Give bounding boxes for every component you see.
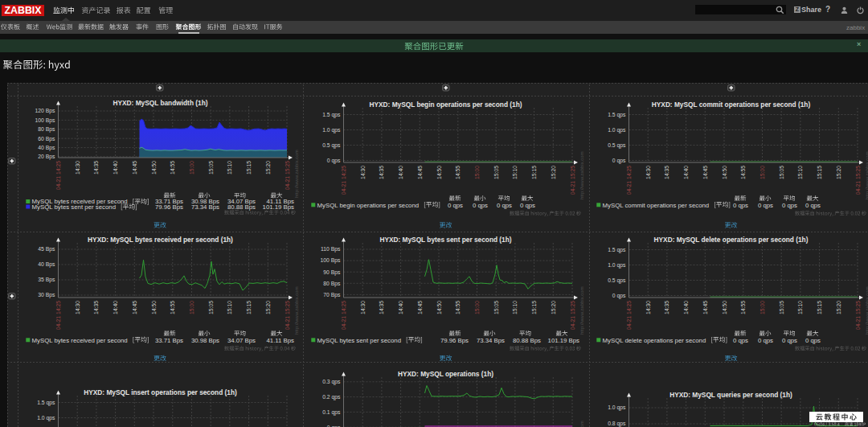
svg-text:60 Bps: 60 Bps xyxy=(38,136,55,142)
svg-text:34.07 Bps: 34.07 Bps xyxy=(227,336,256,343)
svg-text:15:10: 15:10 xyxy=(797,165,803,179)
svg-text:15:10: 15:10 xyxy=(512,300,518,314)
svg-text:15:05: 15:05 xyxy=(208,300,214,314)
svg-text:http://www.zabbix.com: http://www.zabbix.com xyxy=(865,151,868,199)
svg-text:14:40: 14:40 xyxy=(113,161,118,174)
svg-text:79.96 Bps: 79.96 Bps xyxy=(155,203,183,211)
svg-text:90 Bps: 90 Bps xyxy=(323,269,341,275)
svg-text:1.5 qps: 1.5 qps xyxy=(608,246,626,253)
svg-text:15:15: 15:15 xyxy=(817,300,822,314)
svg-text:04-21 15:25: 04-21 15:25 xyxy=(855,300,861,330)
svg-text:MySQL delete operations per se: MySQL delete operations per second xyxy=(603,336,706,343)
svg-text:14:40: 14:40 xyxy=(683,300,689,314)
svg-text:14:45: 14:45 xyxy=(702,300,708,314)
svg-text:15:05: 15:05 xyxy=(493,300,499,314)
svg-text:1.0 qps: 1.0 qps xyxy=(608,261,626,268)
svg-text:30.98 Bps: 30.98 Bps xyxy=(191,336,219,343)
svg-text:15:15: 15:15 xyxy=(246,161,252,174)
svg-text:15:20: 15:20 xyxy=(836,165,841,179)
svg-text:HYXD: MySQL queries per second: HYXD: MySQL queries per second (1h) xyxy=(669,391,792,399)
svg-text:14:55: 14:55 xyxy=(740,300,746,314)
svg-text:0 qps: 0 qps xyxy=(448,201,463,208)
svg-text:20 Bps: 20 Bps xyxy=(38,154,55,160)
svg-text:http://www.zabbix.com: http://www.zabbix.com xyxy=(294,150,299,198)
svg-text:14:30: 14:30 xyxy=(75,300,80,314)
svg-text:14:45: 14:45 xyxy=(417,165,423,179)
svg-text:1.5 qps: 1.5 qps xyxy=(37,400,55,406)
svg-text:HYXD: MySQL bytes sent per sec: HYXD: MySQL bytes sent per second (1h) xyxy=(379,236,511,244)
svg-text:110 Bps: 110 Bps xyxy=(321,246,341,253)
svg-text:HYXD: MySQL bytes received per: HYXD: MySQL bytes received per second (1… xyxy=(88,236,233,244)
svg-text:14:55: 14:55 xyxy=(170,161,175,174)
svg-text:100 Bps: 100 Bps xyxy=(35,117,56,124)
svg-text:1.0 qps: 1.0 qps xyxy=(608,126,626,133)
svg-text:70 Bps: 70 Bps xyxy=(323,291,341,298)
svg-text:0 qps: 0 qps xyxy=(733,201,748,208)
svg-text:45 Bps: 45 Bps xyxy=(38,246,55,253)
svg-text:15:00: 15:00 xyxy=(760,300,765,314)
svg-text:14:35: 14:35 xyxy=(379,165,384,179)
svg-text:15:10: 15:10 xyxy=(512,165,518,179)
svg-text:1.0 qps: 1.0 qps xyxy=(608,404,626,411)
svg-text:04-21 14:25: 04-21 14:25 xyxy=(626,165,632,195)
svg-text:04-21 14:25: 04-21 14:25 xyxy=(341,165,346,195)
svg-text:04-21 15:25: 04-21 15:25 xyxy=(285,300,290,330)
svg-text:15:05: 15:05 xyxy=(493,165,499,179)
svg-text:0 qps: 0 qps xyxy=(497,201,512,208)
svg-text:0 qps: 0 qps xyxy=(473,201,488,208)
svg-text:14:30: 14:30 xyxy=(360,300,366,314)
svg-text:04-21 15:25: 04-21 15:25 xyxy=(570,165,575,195)
svg-text:HYXD: MySQL begin operations p: HYXD: MySQL begin operations per second … xyxy=(370,101,522,109)
svg-text:73.34 Bps: 73.34 Bps xyxy=(191,203,219,211)
svg-text:04-21 15:25: 04-21 15:25 xyxy=(570,300,575,330)
svg-text:0 qps: 0 qps xyxy=(733,336,748,343)
svg-text:14:50: 14:50 xyxy=(436,165,442,179)
svg-text:100 Bps: 100 Bps xyxy=(321,257,342,264)
svg-text:0 qps: 0 qps xyxy=(758,201,773,208)
svg-text:04-21 15:25: 04-21 15:25 xyxy=(855,165,861,195)
svg-text:120 Bps: 120 Bps xyxy=(35,108,56,114)
svg-text:14:50: 14:50 xyxy=(436,300,442,314)
svg-text:0 qps: 0 qps xyxy=(782,336,797,343)
svg-text:0.2 qps: 0.2 qps xyxy=(322,393,341,400)
svg-text:15:05: 15:05 xyxy=(779,165,784,179)
svg-text:14:35: 14:35 xyxy=(664,165,669,179)
svg-text:MySQL bytes received per secon: MySQL bytes received per second xyxy=(32,336,128,343)
svg-text:14:35: 14:35 xyxy=(664,300,669,314)
svg-text:15:20: 15:20 xyxy=(265,300,271,314)
svg-text:HYXD: MySQL insert operations: HYXD: MySQL insert operations per second… xyxy=(84,388,237,396)
svg-text:15:15: 15:15 xyxy=(531,165,537,179)
svg-text:0 qps: 0 qps xyxy=(520,201,535,208)
svg-text:14:40: 14:40 xyxy=(398,165,403,179)
svg-text:04-21 14:25: 04-21 14:25 xyxy=(626,300,632,330)
svg-text:MySQL bytes sent per second: MySQL bytes sent per second xyxy=(32,203,117,211)
svg-text:14:35: 14:35 xyxy=(93,300,99,314)
svg-text:14:35: 14:35 xyxy=(379,300,384,314)
svg-text:14:40: 14:40 xyxy=(683,165,689,179)
svg-text:101.19 Bps: 101.19 Bps xyxy=(548,336,580,343)
svg-text:14:55: 14:55 xyxy=(740,165,746,179)
svg-text:41.11 Bps: 41.11 Bps xyxy=(266,336,294,343)
svg-text:http://www.zabbix.com: http://www.zabbix.com xyxy=(579,421,584,427)
svg-text:14:45: 14:45 xyxy=(417,300,423,314)
svg-text:80 Bps: 80 Bps xyxy=(323,280,341,286)
svg-text:http://www.zabbix.com: http://www.zabbix.com xyxy=(579,286,584,335)
svg-text:15:00: 15:00 xyxy=(189,300,194,314)
svg-text:04-21 15:25: 04-21 15:25 xyxy=(285,161,290,191)
svg-text:14:50: 14:50 xyxy=(151,300,157,314)
svg-text:14:50: 14:50 xyxy=(151,161,157,174)
svg-text:http://www.zabbix.com: http://www.zabbix.com xyxy=(579,151,584,199)
svg-text:14:40: 14:40 xyxy=(398,300,403,314)
svg-text:0 qps: 0 qps xyxy=(805,336,821,343)
svg-text:73.34 Bps: 73.34 Bps xyxy=(477,336,505,343)
svg-text:1.0 qps: 1.0 qps xyxy=(322,126,341,133)
svg-text:ZABBIX: ZABBIX xyxy=(5,5,42,16)
svg-text:15:10: 15:10 xyxy=(797,300,803,314)
svg-text:0.8 qps: 0.8 qps xyxy=(608,421,626,427)
svg-text:1.0 qps: 1.0 qps xyxy=(37,415,55,421)
svg-text:15:20: 15:20 xyxy=(551,165,556,179)
svg-text:14:30: 14:30 xyxy=(645,300,651,314)
svg-text:40 Bps: 40 Bps xyxy=(38,145,55,151)
svg-text:0.3 qps: 0.3 qps xyxy=(322,379,341,385)
svg-text:14:30: 14:30 xyxy=(360,165,366,179)
